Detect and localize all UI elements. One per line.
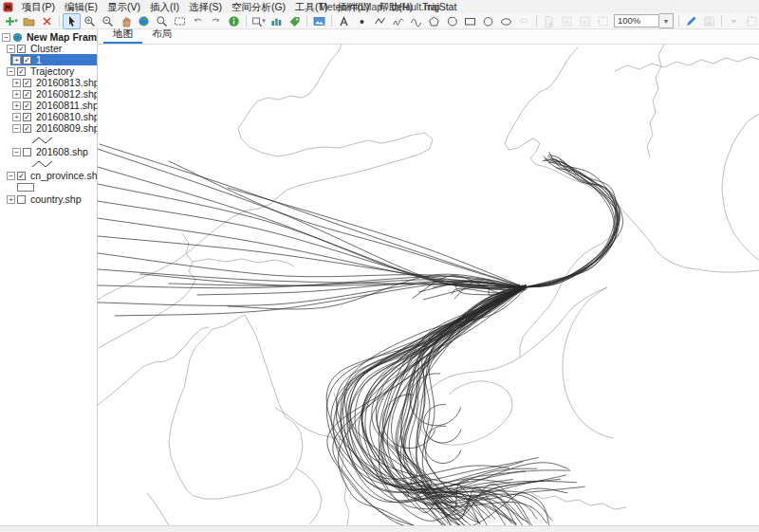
identify-button[interactable]	[225, 13, 243, 29]
collapse-icon[interactable]: −	[2, 33, 10, 42]
layer-visibility-checkbox[interactable]: ✓	[17, 45, 26, 53]
layer-label[interactable]: Cluster	[28, 43, 64, 54]
toolbar-separator	[536, 15, 537, 27]
label-button[interactable]	[286, 13, 304, 29]
layer-label[interactable]: 1	[34, 54, 44, 65]
polyline-symbol	[30, 135, 55, 145]
zoom-next-button[interactable]	[207, 13, 225, 29]
layer-tree-row[interactable]: −201608.shp	[0, 146, 97, 157]
expand-icon[interactable]: +	[12, 101, 21, 110]
menu-item-view[interactable]: 显示(V)	[102, 0, 145, 13]
draw-polyline-button[interactable]	[371, 13, 389, 29]
layer-label[interactable]: 20160812.shp	[34, 88, 98, 100]
collapse-icon[interactable]: −	[12, 124, 21, 133]
layer-tree-row[interactable]: +country.shp	[0, 193, 97, 205]
layer-visibility-checkbox[interactable]: ✓	[23, 79, 31, 87]
draw-text-button[interactable]	[335, 13, 353, 29]
layer-tree-row[interactable]: +✓20160813.shp	[0, 77, 97, 88]
measurement-button[interactable]	[268, 13, 286, 29]
menu-item-tools[interactable]: 工具(T)	[290, 0, 332, 13]
draw-point-button[interactable]	[353, 13, 371, 29]
draw-rectangle-button[interactable]	[461, 13, 479, 29]
layer-tree-row[interactable]: −✓Trajectory	[0, 65, 97, 77]
status-bar	[0, 525, 759, 532]
menu-item-plugins[interactable]: 插件(L)	[333, 0, 375, 13]
expand-icon[interactable]: +	[12, 113, 21, 121]
edit-tool-button[interactable]	[682, 13, 700, 29]
layer-symbol-row[interactable]	[0, 181, 97, 193]
draw-ellipse-button[interactable]	[497, 13, 515, 29]
zoom-level-value[interactable]: 100%	[614, 14, 659, 28]
layer-tree-row[interactable]: −✓20160809.shp	[0, 122, 97, 134]
info-icon	[228, 15, 240, 28]
layer-visibility-checkbox[interactable]: ✓	[23, 101, 31, 110]
layer-visibility-checkbox[interactable]: ✓	[23, 113, 31, 121]
layer-tree-row[interactable]: +✓20160810.shp	[0, 111, 97, 122]
layer-label[interactable]: 20160811.shp	[34, 100, 98, 111]
menu-item-edit[interactable]: 编辑(E)	[60, 0, 102, 13]
layer-visibility-checkbox[interactable]: ✓	[17, 172, 26, 180]
draw-freehand-button[interactable]	[389, 13, 407, 29]
menu-item-help[interactable]: 帮助(H)	[374, 0, 417, 13]
menu-item-selection[interactable]: 选择(S)	[184, 0, 227, 13]
remove-layer-button[interactable]	[38, 13, 56, 29]
layer-tree-row[interactable]: +✓1	[0, 54, 97, 65]
collapse-icon[interactable]: −	[7, 45, 15, 53]
pencil-icon	[685, 15, 697, 28]
zoom-in-tool-button[interactable]	[81, 13, 99, 29]
insert-image-button[interactable]	[310, 13, 328, 29]
layer-visibility-checkbox[interactable]: ✓	[23, 124, 31, 133]
layer-label[interactable]: 20160813.shp	[34, 77, 98, 88]
layer-tree-row[interactable]: +✓20160812.shp	[0, 88, 97, 100]
layer-tree-row[interactable]: −✓Cluster	[0, 43, 97, 54]
layer-visibility-checkbox[interactable]	[17, 195, 26, 204]
collapse-icon[interactable]: −	[7, 172, 15, 180]
layer-symbol-row[interactable]	[0, 134, 97, 146]
layer-visibility-checkbox[interactable]: ✓	[17, 67, 26, 76]
lasso-icon	[518, 15, 530, 28]
draw-circle-button[interactable]	[479, 13, 497, 29]
open-project-button[interactable]	[20, 13, 38, 29]
layer-label[interactable]: 20160810.shp	[34, 111, 98, 122]
draw-curve-polygon-button[interactable]	[443, 13, 461, 29]
layer-label[interactable]: New Map Frame	[25, 31, 98, 43]
select-tool-button[interactable]	[63, 13, 81, 29]
draw-curve-button[interactable]	[407, 13, 425, 29]
draw-polygon-button[interactable]	[425, 13, 443, 29]
expand-icon[interactable]: +	[12, 90, 21, 99]
collapse-icon[interactable]: −	[12, 148, 21, 156]
menu-item-project[interactable]: 项目(P)	[17, 0, 60, 13]
map-svg	[98, 45, 759, 525]
layer-tree-row[interactable]: +✓20160811.shp	[0, 100, 97, 111]
layer-visibility-checkbox[interactable]: ✓	[23, 56, 31, 64]
add-layer-button[interactable]: ▾	[2, 13, 20, 29]
caret-icon	[728, 15, 740, 28]
menu-item-spatial-analysis[interactable]: 空间分析(G)	[227, 0, 290, 13]
layer-label[interactable]: 20160809.shp	[34, 122, 98, 134]
expand-icon[interactable]: +	[12, 79, 21, 87]
zoom-level-combo[interactable]: 100%▼	[614, 13, 674, 28]
layer-label[interactable]: country.shp	[28, 193, 83, 205]
select-by-rect-button[interactable]: ▾	[250, 13, 268, 29]
layer-visibility-checkbox[interactable]: ✓	[23, 90, 31, 99]
menu-item-trajstat[interactable]: TrajStat	[417, 0, 461, 13]
layer-label[interactable]: 201608.shp	[34, 146, 90, 157]
layer-tree-row[interactable]: −✓cn_province.shp	[0, 170, 97, 181]
zoom-level-caret[interactable]: ▼	[659, 13, 674, 28]
layer-visibility-checkbox[interactable]	[23, 148, 31, 156]
zoomout-icon	[102, 15, 114, 28]
menu-item-insert[interactable]: 插入(I)	[145, 0, 184, 13]
layer-symbol-row[interactable]	[0, 157, 97, 170]
dropdown-caret-icon: ▾	[262, 17, 266, 25]
expand-icon[interactable]: +	[7, 195, 15, 204]
tab-map[interactable]: 地图	[103, 27, 142, 44]
layer-label[interactable]: cn_province.shp	[28, 170, 98, 181]
freehand-icon	[392, 15, 404, 28]
tab-layout[interactable]: 布局	[142, 27, 181, 44]
layer-label[interactable]: Trajectory	[28, 65, 76, 77]
layer-tree-row[interactable]: −New Map Frame	[0, 31, 97, 43]
collapse-icon[interactable]: −	[7, 67, 15, 76]
zoom-previous-button[interactable]	[189, 13, 207, 29]
expand-icon[interactable]: +	[12, 56, 21, 64]
map-canvas[interactable]	[98, 45, 759, 525]
